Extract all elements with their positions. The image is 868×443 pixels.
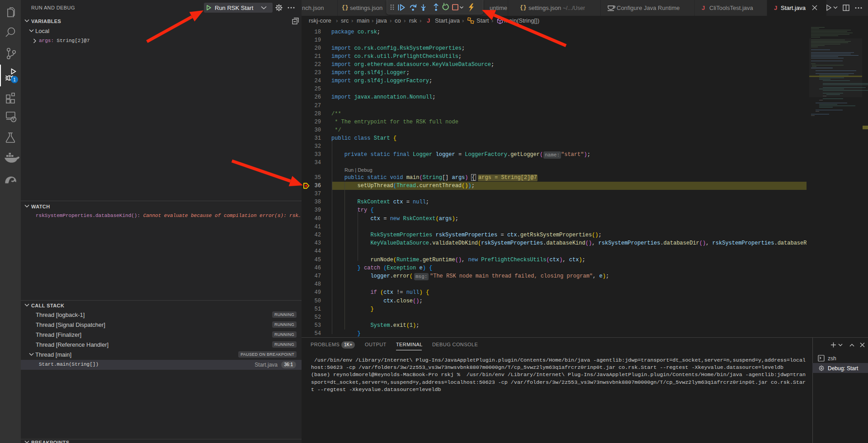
svg-text:1: 1 [13, 77, 16, 82]
